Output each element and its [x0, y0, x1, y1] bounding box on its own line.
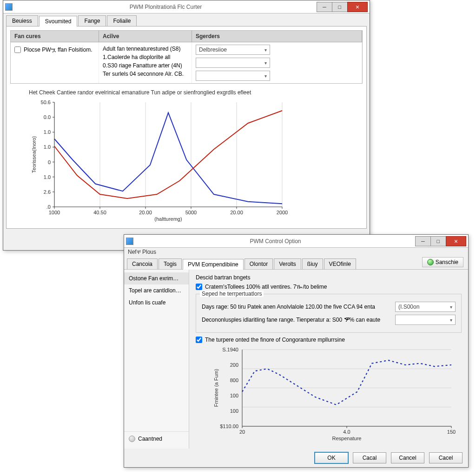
minimize-button[interactable]: —: [415, 236, 431, 246]
combo-2[interactable]: ▾: [196, 58, 270, 68]
chevron-down-icon: ▾: [450, 317, 452, 323]
svg-text:100: 100: [230, 393, 238, 398]
sidebar: Ostone Fan exrim… Topel are cantldlon… U…: [124, 270, 189, 449]
svg-text:150: 150: [447, 429, 456, 435]
svg-text:S.1940: S.1940: [222, 347, 238, 352]
maximize-button[interactable]: ☐: [332, 2, 348, 12]
combo-3[interactable]: ▾: [196, 71, 270, 81]
chevron-down-icon: ▾: [264, 47, 267, 53]
active-line-1: 1.Caolerde ha dloplorilte all: [103, 53, 188, 61]
active-line-3: Ter surlels 04 seconnore Alr. CB.: [103, 70, 188, 78]
svg-text:800: 800: [230, 377, 238, 383]
svg-text:20: 20: [239, 429, 245, 435]
row1-combo[interactable]: (I.S00on▾: [395, 302, 456, 312]
active-line-2: 0.S30 riage Fanatture arter (4N): [103, 61, 188, 70]
ok-button[interactable]: OK: [315, 452, 348, 463]
fan-grid: Fan cures Acīīve Sgerders Plocse PWሧ ffa…: [10, 30, 363, 84]
svg-text:2000: 2000: [277, 210, 288, 215]
check-2[interactable]: The turpere onted the finore of Congoran…: [196, 337, 462, 343]
chart-1: 50.60.01.01.001.02.6.0100040.5020.005000…: [29, 98, 363, 225]
tab-foliaile[interactable]: Foliaile: [107, 15, 137, 26]
tab-svoumited[interactable]: Svoumited: [39, 16, 78, 26]
tab-biuy[interactable]: ßiuy: [302, 258, 323, 269]
svg-text:1.0: 1.0: [44, 174, 51, 180]
svg-text:0: 0: [48, 159, 51, 165]
cacel-button[interactable]: Cacel: [429, 452, 463, 463]
chevron-down-icon: ▾: [450, 304, 452, 310]
svg-text:20.00: 20.00: [230, 210, 243, 215]
chevron-down-icon: ▾: [264, 60, 267, 66]
svg-text:200: 200: [230, 362, 238, 368]
close-button[interactable]: ✕: [446, 236, 466, 246]
chevron-down-icon: ▾: [264, 73, 267, 79]
tab-cancoia[interactable]: Cancoia: [127, 258, 158, 269]
fan-item-label: Plocse PWሧ ffan Folsitiom.: [24, 46, 93, 53]
svg-text:Frnintee (a Fum): Frnintee (a Fum): [213, 369, 219, 407]
col-active: Acīīve: [99, 31, 192, 42]
svg-text:20.00: 20.00: [139, 210, 152, 215]
maximize-button[interactable]: ☐: [430, 236, 446, 246]
svg-text:1000: 1000: [49, 210, 60, 215]
svg-text:1.0: 1.0: [44, 129, 51, 135]
row1-label: Days rage: 50 tiru Patek anen Anolvlalol…: [202, 304, 392, 310]
svg-text:2.6: 2.6: [44, 189, 51, 195]
tab-togis[interactable]: Togis: [159, 258, 182, 269]
row2-combo[interactable]: ▾: [395, 315, 456, 325]
svg-text:Teorissea(Inoro): Teorissea(Inoro): [31, 136, 37, 173]
side-item-0[interactable]: Ostone Fan exrim…: [124, 272, 189, 284]
side-footer: Caantned: [124, 431, 189, 446]
svg-text:4.0: 4.0: [343, 429, 350, 435]
tabs-1: Beuiess Svoumited Fange Foliaile: [3, 13, 370, 26]
cacal-button[interactable]: Cacal: [353, 452, 386, 463]
tab-veofinle[interactable]: VEOfinle: [324, 258, 356, 269]
svg-text:$110.00: $110.00: [220, 423, 238, 429]
chart-2: S.1940200800100100$110.00204.0150Respena…: [210, 345, 462, 444]
tab-fange[interactable]: Fange: [78, 15, 106, 26]
svg-text:(haltturemg): (haltturemg): [154, 216, 182, 222]
svg-text:1.0: 1.0: [44, 144, 51, 150]
sanschie-button[interactable]: Sanschie: [422, 257, 463, 267]
combo-1[interactable]: Delbresiioe▾: [196, 45, 270, 55]
fan-item[interactable]: Plocse PWሧ ffan Folsitiom.: [14, 46, 95, 53]
menubar[interactable]: Nefቸ Plous: [124, 248, 468, 256]
group-legend: Seped he terrpertuatlors: [200, 291, 264, 297]
svg-text:5000: 5000: [185, 210, 197, 215]
window-title-2: PWM Control Option: [135, 238, 416, 245]
active-line-0: Adult fan tenneaturestured (S8): [103, 45, 188, 53]
tab-olontor[interactable]: Olontor: [245, 258, 273, 269]
tab-beuiess[interactable]: Beuiess: [6, 15, 38, 26]
app-icon: [5, 3, 13, 11]
svg-text:100: 100: [230, 408, 238, 414]
svg-text:40.50: 40.50: [93, 210, 106, 215]
minimize-button[interactable]: —: [317, 2, 332, 12]
chart-caption-1: Het Cheek Cantiee randor evelrinical ema…: [29, 89, 363, 96]
svg-text:.0: .0: [46, 204, 51, 210]
status-icon: [129, 436, 135, 442]
tab-pvm[interactable]: PVM Eompendibiine: [183, 259, 244, 270]
svg-text:Respenature: Respenature: [332, 436, 362, 441]
svg-text:0.0: 0.0: [44, 114, 51, 120]
svg-text:50.6: 50.6: [41, 99, 51, 105]
app-icon: [126, 238, 133, 245]
tab-verolts[interactable]: Verolts: [274, 258, 301, 269]
check-1[interactable]: Cratem'sTollees 100% atll ventires. 7ዀ/t…: [196, 284, 462, 290]
window-title-1: PWM Plonitrationā Flc Curter: [14, 4, 317, 10]
col-sgerders: Sgerders: [192, 31, 362, 42]
titlebar-2: PWM Control Option — ☐ ✕: [124, 235, 468, 248]
fan-checkbox[interactable]: [14, 46, 21, 53]
cancel-button-2[interactable]: Cancel: [391, 452, 424, 463]
close-button[interactable]: ✕: [347, 2, 368, 12]
titlebar-1: PWM Plonitrationā Flc Curter — ☐ ✕: [3, 0, 370, 13]
row2-label: Decononlusples idlaritling fane range. T…: [202, 317, 392, 323]
col-fan: Fan cures: [11, 31, 99, 42]
refresh-icon: [427, 259, 434, 265]
side-item-1[interactable]: Topel are cantldlon…: [124, 284, 189, 297]
section-title: Descid bartran bngets: [196, 274, 462, 281]
side-item-2[interactable]: Unfon lis cuafe: [124, 297, 189, 309]
